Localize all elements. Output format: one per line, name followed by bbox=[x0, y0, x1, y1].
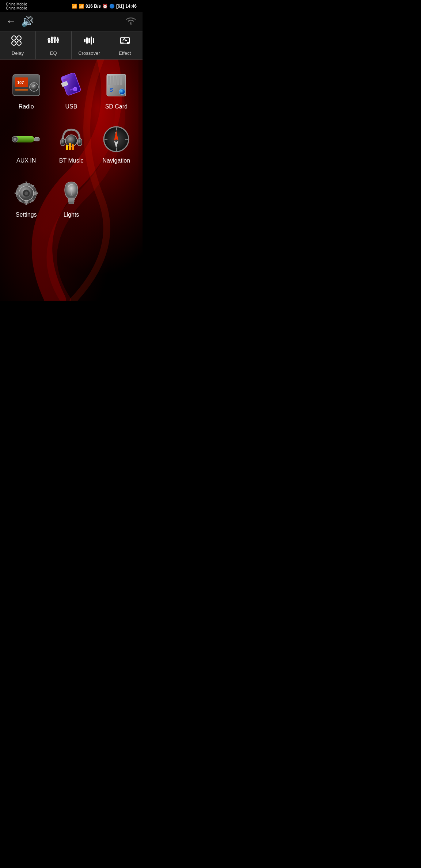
settings-icon bbox=[14, 181, 39, 206]
svg-rect-36 bbox=[117, 76, 119, 85]
svg-rect-34 bbox=[111, 76, 113, 85]
svg-rect-48 bbox=[66, 145, 68, 150]
app-settings[interactable]: Settings bbox=[4, 179, 49, 218]
wifi-icon bbox=[125, 16, 137, 27]
tab-effect-label: Effect bbox=[119, 50, 131, 56]
app-lights[interactable]: Lights bbox=[49, 179, 94, 218]
btmusic-label: BT Music bbox=[59, 157, 83, 164]
battery-level: 61 bbox=[118, 4, 122, 9]
tab-crossover-label: Crossover bbox=[78, 50, 100, 56]
navigation-label: Navigation bbox=[103, 157, 130, 164]
carrier1-label: China Mobile bbox=[6, 2, 27, 6]
clock: 14:46 bbox=[125, 4, 137, 9]
network-speed: 816 B/s bbox=[86, 4, 101, 9]
svg-point-2 bbox=[17, 36, 21, 40]
tab-effect[interactable]: Effect bbox=[107, 31, 143, 59]
svg-point-11 bbox=[54, 37, 56, 39]
svg-text:S: S bbox=[110, 87, 113, 93]
svg-point-12 bbox=[57, 39, 59, 41]
navigation-icon-wrap: N S bbox=[102, 125, 131, 154]
sdcard-icon: S bbox=[103, 73, 129, 98]
svg-rect-35 bbox=[114, 76, 116, 85]
svg-text:107: 107 bbox=[17, 80, 24, 85]
sdcard-icon-wrap: S bbox=[102, 71, 131, 100]
svg-point-3 bbox=[12, 41, 16, 45]
main-area: 107 Radio bbox=[0, 60, 143, 301]
header: ← 🔊 bbox=[0, 12, 143, 31]
svg-rect-66 bbox=[69, 202, 74, 204]
lights-label: Lights bbox=[64, 212, 79, 218]
tab-delay[interactable]: Delay bbox=[0, 31, 36, 59]
auxin-icon-wrap bbox=[12, 125, 41, 154]
eq-icon bbox=[47, 35, 60, 48]
svg-point-0 bbox=[130, 22, 132, 24]
lights-icon-wrap bbox=[57, 179, 86, 208]
alarm-icon: ⏰ bbox=[102, 4, 108, 9]
svg-rect-64 bbox=[68, 198, 75, 200]
app-sdcard[interactable]: S SD Card bbox=[94, 71, 139, 110]
signal-icon: 📶 bbox=[72, 4, 77, 9]
svg-point-24 bbox=[30, 83, 38, 91]
svg-rect-15 bbox=[88, 38, 90, 43]
svg-rect-65 bbox=[68, 200, 74, 202]
app-btmusic[interactable]: BT Music bbox=[49, 125, 94, 164]
battery-icon: [61] bbox=[116, 4, 124, 9]
svg-rect-26 bbox=[15, 89, 28, 91]
svg-rect-50 bbox=[72, 144, 74, 150]
svg-rect-16 bbox=[91, 37, 92, 45]
svg-rect-13 bbox=[84, 39, 86, 42]
svg-point-4 bbox=[17, 41, 21, 45]
svg-point-47 bbox=[65, 135, 77, 146]
app-usb[interactable]: USB bbox=[49, 71, 94, 110]
carrier2-label: China Mobile bbox=[6, 6, 27, 10]
svg-point-1 bbox=[12, 36, 16, 40]
wifi-status-icon: 📶 bbox=[79, 4, 84, 9]
tab-eq[interactable]: EQ bbox=[36, 31, 72, 59]
navigation-icon: N S bbox=[103, 126, 129, 152]
auxin-label: AUX IN bbox=[16, 157, 36, 164]
radio-label: Radio bbox=[19, 103, 34, 110]
settings-label: Settings bbox=[16, 212, 37, 218]
tab-delay-label: Delay bbox=[12, 50, 24, 56]
svg-rect-45 bbox=[61, 138, 65, 146]
delay-icon bbox=[11, 35, 24, 48]
back-button[interactable]: ← bbox=[6, 16, 16, 27]
btmusic-icon-wrap bbox=[57, 125, 86, 154]
svg-rect-46 bbox=[77, 138, 82, 146]
auxin-icon bbox=[12, 129, 41, 149]
settings-icon-wrap bbox=[12, 179, 41, 208]
svg-point-44 bbox=[14, 138, 16, 141]
header-controls: ← 🔊 bbox=[6, 15, 34, 27]
usb-icon bbox=[58, 72, 84, 98]
sdcard-label: SD Card bbox=[105, 103, 128, 110]
crossover-icon bbox=[83, 35, 96, 48]
svg-point-39 bbox=[119, 89, 125, 95]
volume-icon[interactable]: 🔊 bbox=[21, 15, 34, 27]
svg-rect-17 bbox=[93, 38, 94, 43]
app-auxin[interactable]: AUX IN bbox=[4, 125, 49, 164]
app-grid-container: 107 Radio bbox=[0, 60, 143, 233]
svg-point-9 bbox=[48, 38, 50, 41]
tab-eq-label: EQ bbox=[50, 50, 57, 56]
status-bar: China Mobile China Mobile 📶 📶 816 B/s ⏰ … bbox=[0, 0, 143, 12]
tab-bar: Delay EQ Crosso bbox=[0, 31, 143, 60]
usb-icon-wrap bbox=[57, 71, 86, 100]
app-grid: 107 Radio bbox=[4, 71, 139, 164]
radio-icon-wrap: 107 bbox=[12, 71, 41, 100]
app-radio[interactable]: 107 Radio bbox=[4, 71, 49, 110]
app-navigation[interactable]: N S Navigation bbox=[94, 125, 139, 164]
svg-rect-7 bbox=[54, 39, 56, 43]
svg-rect-14 bbox=[86, 37, 88, 44]
radio-icon: 107 bbox=[12, 74, 41, 96]
svg-rect-49 bbox=[69, 143, 71, 150]
svg-rect-42 bbox=[38, 138, 40, 140]
svg-rect-33 bbox=[108, 76, 110, 85]
svg-point-10 bbox=[51, 41, 53, 43]
svg-point-63 bbox=[24, 191, 28, 195]
tab-crossover[interactable]: Crossover bbox=[72, 31, 107, 59]
svg-point-19 bbox=[127, 42, 129, 44]
usb-label: USB bbox=[65, 103, 77, 110]
status-right: 📶 📶 816 B/s ⏰ 🔵 [61] 14:46 bbox=[72, 4, 137, 9]
effect-icon bbox=[118, 35, 132, 48]
bluetooth-icon: 🔵 bbox=[109, 4, 115, 9]
